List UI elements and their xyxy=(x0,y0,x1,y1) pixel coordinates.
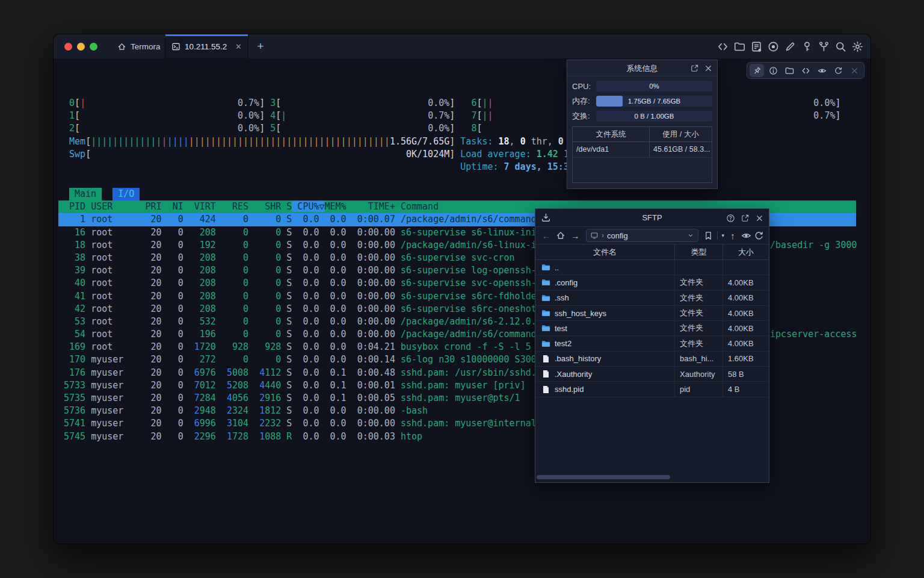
file-icon xyxy=(541,385,550,394)
key-icon[interactable] xyxy=(801,41,813,52)
home-tab-label: Termora xyxy=(131,42,161,51)
htop-meters: 0[| 0.7%] 3[ 0.0%] 6[|| 0.0%] 1[ 0.0%] 4… xyxy=(58,97,840,173)
file-row[interactable]: .bash_historybash_hi...1.60KB xyxy=(535,352,769,367)
sysinfo-meter: CPU:0% xyxy=(572,81,712,92)
overlay-close-button[interactable] xyxy=(847,64,861,77)
file-size: 4.00KB xyxy=(723,306,769,320)
minimize-window-button[interactable] xyxy=(77,43,85,51)
overlay-code-button[interactable] xyxy=(798,64,813,77)
column-type[interactable]: 类型 xyxy=(675,244,723,260)
file-row[interactable]: .ssh文件夹4.00KB xyxy=(535,291,769,306)
events-icon[interactable] xyxy=(751,41,762,52)
file-row[interactable]: test文件夹4.00KB xyxy=(535,321,769,336)
terminal-line: 0[| 0.7%] 3[ 0.0%] 6[|| 0.0%] xyxy=(58,97,840,110)
search-icon[interactable] xyxy=(835,41,846,52)
screen: Termora 10.211.55.2 ✕ + 0[| 0.7%] 3[ 0.0… xyxy=(0,0,924,578)
overlay-pin-button[interactable] xyxy=(750,64,764,77)
bookmark-icon[interactable] xyxy=(703,231,713,241)
path-combobox[interactable]: › config xyxy=(586,229,698,242)
overlay-eye-button[interactable] xyxy=(815,64,829,77)
fs-table-row: /dev/vda145.61GB / 58.3... xyxy=(573,142,712,158)
file-size: 4 B xyxy=(723,382,769,396)
open-in-window-icon[interactable] xyxy=(741,214,750,223)
up-directory-icon[interactable]: ↑ xyxy=(727,231,739,241)
breadcrumb-separator: › xyxy=(602,231,604,240)
sftp-table-header[interactable]: 文件名 类型 大小 xyxy=(535,244,769,260)
close-panel-icon[interactable] xyxy=(704,64,713,73)
meter-label: CPU: xyxy=(572,82,596,91)
close-panel-icon[interactable] xyxy=(755,214,764,223)
computer-icon xyxy=(590,231,599,240)
tab-ssh-session[interactable]: 10.211.55.2 ✕ xyxy=(165,34,248,58)
file-row[interactable]: sshd.pidpid4 B xyxy=(535,382,769,397)
file-name: test xyxy=(555,324,567,333)
terminal-line: 2[ 0.0%] 5[ 0.0%] 8[ xyxy=(58,122,840,135)
file-row[interactable]: .. xyxy=(535,260,769,275)
forward-icon[interactable]: → xyxy=(569,231,581,241)
show-hidden-icon[interactable] xyxy=(741,231,751,241)
close-window-button[interactable] xyxy=(64,43,72,51)
file-row[interactable]: .XauthorityXauthority58 B xyxy=(535,367,769,382)
fs-column-header: 使用 / 大小 xyxy=(649,127,712,141)
tab-termora-home[interactable]: Termora xyxy=(111,34,167,58)
file-name: .config xyxy=(555,278,578,287)
file-type xyxy=(675,260,723,275)
zoom-window-button[interactable] xyxy=(90,43,97,51)
new-tab-button[interactable]: + xyxy=(253,39,268,54)
horizontal-scrollbar-thumb[interactable] xyxy=(537,475,670,479)
keychain-icon[interactable] xyxy=(818,41,830,52)
meter-label: 内存: xyxy=(572,96,596,107)
overlay-refresh-button[interactable] xyxy=(831,64,845,77)
overlay-info-button[interactable] xyxy=(766,64,780,77)
column-size[interactable]: 大小 xyxy=(723,244,769,260)
info-icon xyxy=(769,66,778,75)
file-name: test2 xyxy=(555,339,571,348)
fs-usage: 45.61GB / 58.3... xyxy=(649,142,712,157)
terminal-icon xyxy=(171,42,180,51)
refresh-icon[interactable] xyxy=(754,231,764,241)
meter-value: 0 B / 1.00GB xyxy=(596,111,712,122)
home-icon[interactable] xyxy=(555,231,567,240)
open-in-window-icon[interactable] xyxy=(690,64,699,73)
htop-tab-main[interactable]: Main xyxy=(69,188,102,200)
column-filename[interactable]: 文件名 xyxy=(535,244,675,260)
bookmark-dropdown-icon[interactable]: ▾ xyxy=(721,232,724,238)
home-icon xyxy=(117,42,126,51)
file-name: sshd.pid xyxy=(555,385,584,394)
file-type: Xauthority xyxy=(675,367,723,381)
titlebar-actions xyxy=(717,34,863,58)
fs-column-header: 文件系统 xyxy=(573,127,649,141)
close-tab-icon[interactable]: ✕ xyxy=(235,42,242,51)
folder-icon xyxy=(541,278,550,287)
file-name: .Xauthority xyxy=(555,370,592,379)
file-type: bash_hi... xyxy=(675,352,723,366)
meter-bar: 0 B / 1.00GB xyxy=(596,111,712,122)
current-path: config xyxy=(607,231,684,240)
file-row[interactable]: .config文件夹4.00KB xyxy=(535,275,769,290)
file-name: .bash_history xyxy=(555,354,601,363)
edit-icon[interactable] xyxy=(784,41,796,52)
refresh-icon xyxy=(834,66,843,75)
back-icon[interactable]: ← xyxy=(540,231,552,241)
sysinfo-panel: 系统信息 CPU:0%内存:1.75GB / 7.65GB交换:0 B / 1.… xyxy=(567,60,718,189)
file-row[interactable]: ssh_host_keys文件夹4.00KB xyxy=(535,306,769,321)
record-icon[interactable] xyxy=(768,41,779,52)
sftp-panel: SFTP ← → › config ▾ xyxy=(535,208,769,483)
code-icon[interactable] xyxy=(717,41,728,52)
meter-bar: 1.75GB / 7.65GB xyxy=(596,96,712,107)
pin-icon xyxy=(753,66,762,75)
htop-tab-io[interactable]: I/O xyxy=(112,188,140,200)
file-size: 4.00KB xyxy=(723,321,769,335)
close-icon xyxy=(850,66,859,75)
help-icon[interactable] xyxy=(726,214,735,223)
overlay-folder-button[interactable] xyxy=(782,64,796,77)
sysinfo-meter: 交换:0 B / 1.00GB xyxy=(572,111,712,122)
terminal-line: Uptime: 7 days, 15:32:41 xyxy=(58,161,840,173)
meter-value: 0% xyxy=(596,81,712,92)
settings-icon[interactable] xyxy=(852,41,863,52)
file-type: pid xyxy=(675,382,723,396)
folder-icon[interactable] xyxy=(734,41,745,52)
meter-bar: 0% xyxy=(596,81,712,92)
file-row[interactable]: test2文件夹4.00KB xyxy=(535,336,769,351)
folder-icon xyxy=(541,324,550,332)
